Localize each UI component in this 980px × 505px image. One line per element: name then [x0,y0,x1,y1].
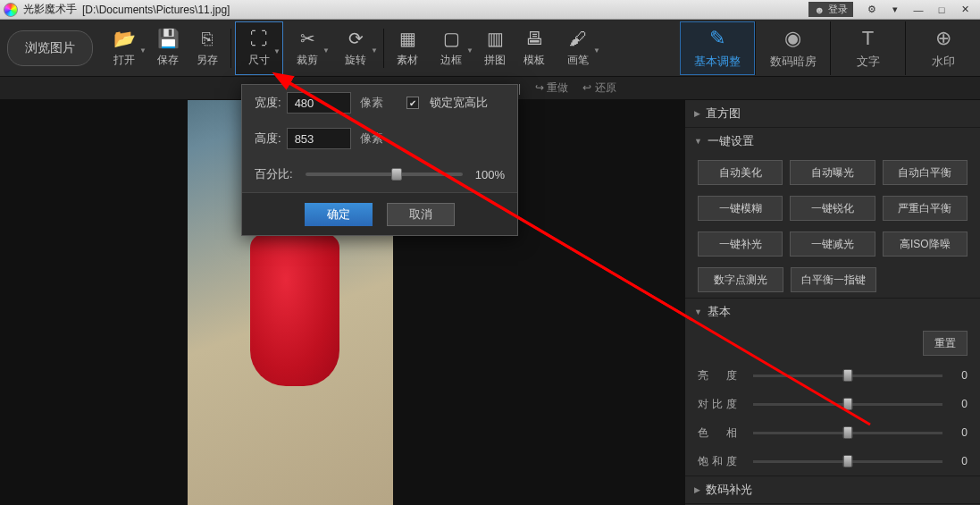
tool-label: 旋转 [345,53,366,68]
app-logo-icon [4,3,18,17]
slider-value: 0 [950,455,967,467]
tool-icon: ▢ [443,28,460,49]
slider-row: 亮 度0 [685,361,980,390]
minimize-button[interactable]: — [907,2,930,18]
tool-icon: ✂ [300,28,315,49]
percent-value: 100% [475,168,505,181]
settings-icon[interactable]: ⚙ [860,2,884,18]
rtool-数码暗房[interactable]: ◉数码暗房 [755,21,830,75]
chevron-down-icon: ▼ [273,47,281,55]
tool-icon: 🖌 [569,28,587,49]
tool-label: 裁剪 [297,53,318,68]
section-histogram[interactable]: ▶直方图 [685,100,980,127]
preset-白平衡一指键[interactable]: 白平衡一指键 [791,267,876,292]
tool-保存[interactable]: 💾保存 [148,21,188,75]
ok-button[interactable]: 确定 [305,203,373,226]
slider-value: 0 [950,369,967,382]
section-oneclick[interactable]: ▼一键设置 [685,128,980,155]
redo-button[interactable]: ↪ 重做 [535,80,568,96]
tool-画笔[interactable]: 🖌画笔▼ [554,21,602,75]
unit-label: 像素 [360,95,383,111]
rtool-基本调整[interactable]: ✎基本调整 [680,21,755,75]
preset-一键补光[interactable]: 一键补光 [698,231,783,257]
tool-label: 保存 [157,53,179,68]
rtool-label: 文字 [857,54,880,70]
width-label: 宽度: [255,95,281,111]
tool-icon: ⎘ [202,28,213,49]
tool-icon: 💾 [157,28,180,49]
lock-ratio-checkbox[interactable]: ✔ [406,97,419,109]
rtool-文字[interactable]: T文字 [830,21,905,75]
preset-一键锐化[interactable]: 一键锐化 [790,196,875,221]
tool-另存[interactable]: ⎘另存 [188,21,227,75]
tool-icon: ⛶ [250,28,268,49]
tool-旋转[interactable]: ⟳旋转▼ [331,21,380,75]
tool-icon: 📂 [113,28,136,49]
undo-button[interactable]: ↩ 还原 [582,80,616,96]
dropdown-icon[interactable]: ▾ [884,2,907,18]
tool-label: 另存 [197,53,218,68]
rtool-label: 水印 [932,54,955,70]
tool-裁剪[interactable]: ✂裁剪▼ [283,21,331,75]
slider-label: 色 相 [698,425,746,441]
section-digital[interactable]: ▶数码补光 [685,476,980,503]
chevron-down-icon: ▼ [694,307,702,316]
tool-边框[interactable]: ▢边框▼ [427,21,475,75]
chevron-right-icon: ▶ [694,485,700,494]
percent-slider[interactable] [306,173,463,176]
preset-严重白平衡[interactable]: 严重白平衡 [883,196,967,221]
tool-尺寸[interactable]: ⛶尺寸▼ [235,21,283,75]
divider: | [518,82,521,95]
preset-自动白平衡[interactable]: 自动白平衡 [883,160,967,185]
rtool-水印[interactable]: ⊕水印 [905,21,980,75]
slider-thumb[interactable] [843,426,853,439]
tool-icon: 🖶 [525,28,543,49]
unit-label: 像素 [360,130,383,147]
slider-row: 对比度0 [685,390,980,418]
chevron-right-icon: ▶ [694,109,700,118]
close-button[interactable]: ✕ [953,2,976,18]
width-input[interactable] [287,92,351,114]
slider-thumb[interactable] [843,455,853,467]
height-label: 高度: [255,130,281,147]
rtool-icon: T [862,27,874,50]
slider-thumb[interactable] [843,369,853,382]
tool-模板[interactable]: 🖶模板 [515,21,554,75]
slider-track[interactable] [753,403,942,406]
tool-label: 拼图 [484,53,506,68]
slider-label: 对比度 [698,397,746,412]
browse-images-button[interactable]: 浏览图片 [7,30,93,66]
preset-自动曝光[interactable]: 自动曝光 [790,160,875,185]
reset-button[interactable]: 重置 [923,331,967,356]
slider-value: 0 [950,398,967,410]
slider-row: 饱和度0 [685,447,980,476]
preset-数字点测光[interactable]: 数字点测光 [698,267,783,292]
height-input[interactable] [287,128,351,149]
chevron-down-icon: ▼ [466,46,473,55]
chevron-down-icon: ▼ [371,46,378,55]
rtool-label: 数码暗房 [770,54,817,70]
login-button[interactable]: 登录 [808,2,853,17]
rtool-label: 基本调整 [694,54,741,70]
slider-track[interactable] [753,432,942,434]
preset-自动美化[interactable]: 自动美化 [698,160,783,185]
tool-打开[interactable]: 📂打开▼ [100,21,148,75]
preset-一键减光[interactable]: 一键减光 [790,231,875,257]
preset-一键模糊[interactable]: 一键模糊 [698,196,783,221]
slider-track[interactable] [753,460,942,463]
slider-label: 饱和度 [698,454,746,469]
cancel-button[interactable]: 取消 [387,203,455,226]
section-basic[interactable]: ▼基本 [685,299,980,325]
tool-素材[interactable]: ▦素材 [388,21,427,75]
slider-value: 0 [950,426,967,439]
slider-thumb[interactable] [843,398,853,410]
preset-高ISO降噪[interactable]: 高ISO降噪 [883,231,967,257]
tool-拼图[interactable]: ▥拼图 [475,21,515,75]
maximize-button[interactable]: □ [930,2,953,18]
app-name: 光影魔术手 [23,2,77,17]
tool-label: 边框 [440,53,462,68]
percent-label: 百分比: [255,166,293,182]
chevron-down-icon: ▼ [322,46,330,55]
tool-label: 尺寸 [248,53,270,68]
slider-track[interactable] [753,375,942,377]
